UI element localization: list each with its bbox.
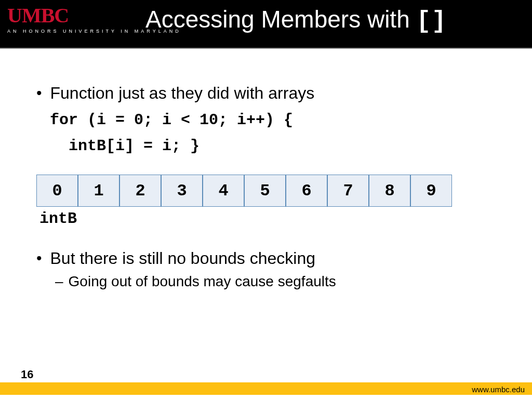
- array-cell: 7: [327, 175, 369, 207]
- page-number: 16: [21, 368, 33, 381]
- sub-bullet-text: Going out of bounds may cause segfaults: [69, 272, 336, 291]
- code-block: for (i = 0; i < 10; i++) { intB[i] = i; …: [50, 107, 494, 159]
- footer-url: www.umbc.edu: [472, 385, 525, 394]
- array-cell: 3: [161, 175, 203, 207]
- header-bar: UMBC AN HONORS UNIVERSITY IN MARYLAND Ac…: [0, 0, 532, 48]
- array-label: intB: [39, 210, 494, 228]
- slide: UMBC AN HONORS UNIVERSITY IN MARYLAND Ac…: [0, 0, 532, 399]
- array-cell: 2: [119, 175, 161, 207]
- sub-bullet-item: – Going out of bounds may cause segfault…: [55, 272, 494, 291]
- array-cell: 1: [78, 175, 119, 207]
- title-brackets: []: [417, 8, 447, 35]
- code-line: for (i = 0; i < 10; i++) {: [50, 111, 293, 129]
- bullet-item: • Function just as they did with arrays: [36, 83, 494, 103]
- header-divider: [0, 48, 532, 49]
- array-cell: 8: [369, 175, 410, 207]
- array-cell: 0: [36, 175, 78, 207]
- array-cell: 6: [286, 175, 327, 207]
- content-area: • Function just as they did with arrays …: [36, 83, 494, 291]
- array-visual: 0 1 2 3 4 5 6 7 8 9: [36, 175, 494, 207]
- array-cell: 4: [203, 175, 244, 207]
- code-line: intB[i] = i; }: [50, 137, 200, 155]
- footer-bar: [0, 382, 532, 395]
- bullet-text: But there is still no bounds checking: [50, 248, 316, 268]
- bullet-marker: •: [36, 248, 42, 268]
- title-text: Accessing Members with: [145, 6, 417, 33]
- slide-title: Accessing Members with []: [145, 5, 520, 35]
- bullet-item: • But there is still no bounds checking: [36, 248, 494, 268]
- array-cell: 5: [244, 175, 286, 207]
- sub-bullet-marker: –: [55, 272, 63, 291]
- bullet-text: Function just as they did with arrays: [50, 83, 315, 103]
- array-cell: 9: [410, 175, 452, 207]
- bullet-marker: •: [36, 83, 42, 103]
- second-block: • But there is still no bounds checking …: [36, 248, 494, 291]
